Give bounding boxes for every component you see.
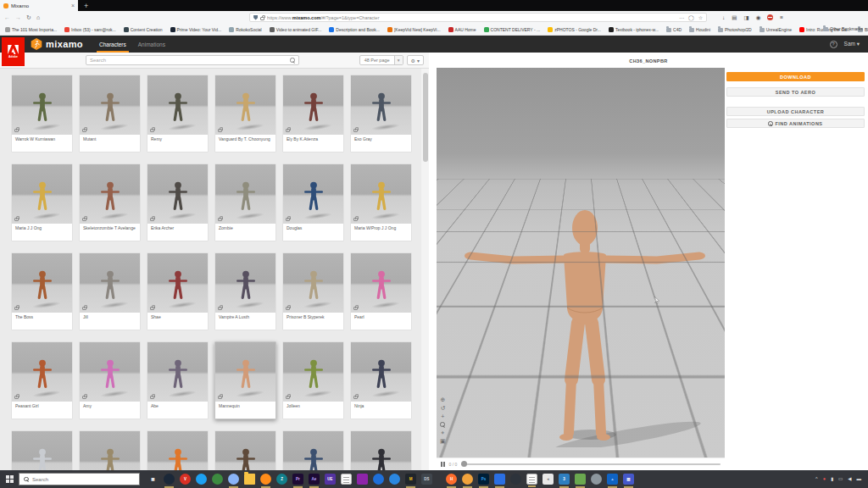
character-thumbnail[interactable] xyxy=(283,431,343,470)
character-thumbnail[interactable] xyxy=(351,342,411,402)
bookmark-item[interactable]: Video to animated GIF... xyxy=(270,27,322,32)
timeline-track[interactable] xyxy=(461,463,721,465)
character-thumbnail[interactable] xyxy=(12,431,72,470)
character-card[interactable]: Vampire A Lusth xyxy=(214,252,276,330)
character-card[interactable]: Skeletonzombie T Avelange xyxy=(79,164,141,241)
shield-app-icon[interactable] xyxy=(357,474,368,485)
character-thumbnail[interactable] xyxy=(147,253,208,313)
account-icon[interactable]: ◉ xyxy=(756,14,761,21)
red-media-app-icon[interactable]: V xyxy=(180,474,191,485)
mixamo-logo-icon[interactable] xyxy=(31,38,42,50)
orbit-icon[interactable]: ⊕ xyxy=(440,396,445,402)
photos-app-icon[interactable]: ▲ xyxy=(607,474,618,485)
other-bookmarks[interactable]: Other Bookmarks xyxy=(823,26,863,31)
character-thumbnail[interactable] xyxy=(80,253,140,313)
new-tab-button[interactable]: + xyxy=(78,0,94,11)
tab-characters[interactable]: Characters xyxy=(93,36,132,53)
character-card[interactable]: Prisoner B Styperek xyxy=(282,252,344,330)
character-thumbnail[interactable] xyxy=(215,164,275,224)
scrollbar-thumb[interactable] xyxy=(423,73,428,162)
character-card[interactable]: Jill xyxy=(79,252,141,330)
chrome-like-app-icon[interactable] xyxy=(228,474,239,485)
character-card[interactable]: Exo Gray xyxy=(350,75,412,152)
character-thumbnail[interactable] xyxy=(147,431,208,470)
building-app-icon[interactable]: ▥ xyxy=(623,474,634,485)
tracking-shield-icon[interactable] xyxy=(253,15,258,20)
page-actions-icon[interactable]: ⋯ xyxy=(679,14,684,20)
character-card[interactable] xyxy=(350,430,412,470)
character-thumbnail[interactable] xyxy=(215,253,275,313)
zoom-magnifier-icon[interactable] xyxy=(440,422,445,427)
sidebar-icon[interactable]: ◨ xyxy=(744,14,749,21)
character-thumbnail[interactable] xyxy=(12,342,72,402)
bookmark-item[interactable]: zPHOTOS - Google Dr... xyxy=(548,27,601,32)
home-icon[interactable]: ⌂ xyxy=(36,14,40,20)
character-card[interactable] xyxy=(282,430,344,470)
reset-camera-icon[interactable]: ↺ xyxy=(440,405,445,411)
character-thumbnail[interactable] xyxy=(12,75,72,135)
bookmark-item[interactable]: RokokoSocial xyxy=(229,27,262,32)
bookmark-item[interactable]: C4D xyxy=(666,27,682,32)
character-card[interactable]: Zombie xyxy=(214,164,276,241)
character-card[interactable] xyxy=(79,430,141,470)
character-card[interactable]: Ninja xyxy=(350,341,412,419)
firefox-icon[interactable] xyxy=(260,474,271,485)
media-player-app-icon[interactable]: ◃ xyxy=(542,474,554,485)
adobe-logo[interactable]: Adobe xyxy=(2,37,25,66)
character-card[interactable]: Remy xyxy=(147,75,209,152)
dark-avatar-app-icon[interactable] xyxy=(510,474,521,485)
url-bar[interactable]: https://www.mixamo.com/#/?page=1&type=Ch… xyxy=(249,13,707,22)
character-card[interactable]: Vanguard By T. Choonyung xyxy=(214,75,276,152)
character-thumbnail[interactable] xyxy=(147,75,208,135)
bookmark-item[interactable]: [KeepVid New] KeepVi... xyxy=(387,27,441,32)
taskbar-search-box[interactable] xyxy=(19,473,140,485)
pan-target-icon[interactable]: ⌖ xyxy=(441,430,444,435)
user-menu[interactable]: Sam ▾ xyxy=(844,41,860,47)
action-button[interactable]: SEND TO AERO xyxy=(726,87,865,97)
blue-bird-app-icon[interactable] xyxy=(196,474,207,485)
character-thumbnail[interactable] xyxy=(351,253,411,313)
character-card[interactable]: Maria W/Prop J J Ong xyxy=(350,164,412,241)
multicolor-app-icon[interactable] xyxy=(575,474,586,485)
menu-icon[interactable]: ≡ xyxy=(780,14,783,20)
character-thumbnail[interactable] xyxy=(147,164,208,224)
character-thumbnail[interactable] xyxy=(283,253,343,313)
blue-square-app-icon[interactable] xyxy=(494,474,505,485)
search-input[interactable] xyxy=(90,58,287,63)
character-thumbnail[interactable] xyxy=(283,164,343,224)
action-button[interactable]: DOWNLOAD xyxy=(726,72,865,81)
character-card[interactable] xyxy=(11,430,73,470)
character-thumbnail[interactable] xyxy=(283,75,343,135)
character-thumbnail[interactable] xyxy=(12,164,72,224)
tab-animations[interactable]: Animations xyxy=(132,36,171,53)
volume-tray-icon[interactable]: ◀ xyxy=(848,477,851,482)
character-card[interactable]: Peasant Girl xyxy=(11,341,73,419)
action-button[interactable]: UPLOAD CHARACTER xyxy=(726,107,865,116)
grid-scrollbar[interactable] xyxy=(421,69,429,470)
chevron-down-icon[interactable]: ▾ xyxy=(394,56,403,64)
url-text[interactable]: https://www.mixamo.com/#/?page=1&type=Ch… xyxy=(267,15,676,20)
antivirus-tray-icon[interactable]: ● xyxy=(823,477,826,482)
bookmark-item[interactable]: AAU Home xyxy=(448,27,476,32)
character-card[interactable]: Mutant xyxy=(79,75,141,152)
tab-close-icon[interactable]: × xyxy=(71,3,75,8)
blue-disc-app2-icon[interactable] xyxy=(389,474,400,485)
task-view-icon[interactable]: ▦ xyxy=(147,474,159,485)
bookmark-item[interactable]: Textbook - iphonex-w... xyxy=(609,27,659,32)
bookmark-star-icon[interactable]: ☆ xyxy=(698,14,703,20)
display-tray-icon[interactable]: ▭ xyxy=(838,477,843,482)
character-card[interactable]: Abe xyxy=(147,341,209,419)
character-thumbnail[interactable] xyxy=(351,75,411,135)
character-card[interactable] xyxy=(147,430,209,470)
steam-icon[interactable] xyxy=(164,474,175,485)
3d-viewport[interactable]: ⊕ ↺ + ⌖ ▣ xyxy=(437,68,725,458)
character-thumbnail[interactable] xyxy=(215,431,275,470)
notepad-icon[interactable] xyxy=(341,474,352,485)
bookmark-item[interactable]: Photoshop/2D xyxy=(718,27,752,32)
character-card[interactable]: Pearl xyxy=(350,252,412,330)
bookmark-item[interactable]: Prime Video: Your Vid... xyxy=(170,27,222,32)
premiere-icon[interactable]: Pr xyxy=(292,474,303,485)
3ds-max-icon[interactable]: 3 xyxy=(559,474,570,485)
document-app-icon[interactable] xyxy=(526,474,537,485)
gray-app-icon[interactable] xyxy=(591,474,602,485)
